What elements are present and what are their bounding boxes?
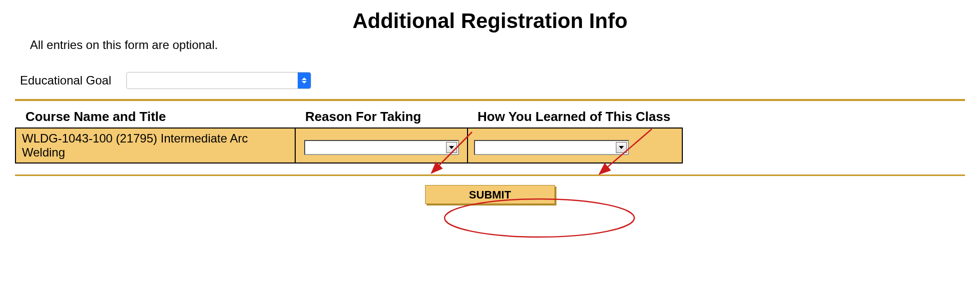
- submit-button[interactable]: SUBMIT: [425, 185, 555, 204]
- dropdown-button-icon: [616, 142, 627, 153]
- col-header-reason: Reason For Taking: [295, 107, 468, 128]
- select-stepper-icon: [298, 72, 311, 88]
- educational-goal-select[interactable]: [126, 72, 311, 89]
- divider: [15, 99, 965, 101]
- cell-course-title: WLDG-1043-100 (21795) Intermediate Arc W…: [15, 128, 295, 163]
- form-subtext: All entries on this form are optional.: [30, 38, 980, 52]
- table-row: WLDG-1043-100 (21795) Intermediate Arc W…: [15, 128, 682, 163]
- educational-goal-label: Educational Goal: [20, 74, 111, 88]
- course-table: Course Name and Title Reason For Taking …: [15, 107, 683, 164]
- dropdown-button-icon: [446, 142, 457, 153]
- col-header-learned: How You Learned of This Class: [468, 107, 682, 128]
- page-title: Additional Registration Info: [0, 9, 980, 33]
- divider: [15, 174, 965, 176]
- col-header-course: Course Name and Title: [15, 107, 295, 128]
- learned-select[interactable]: [474, 140, 629, 155]
- reason-select[interactable]: [304, 140, 459, 155]
